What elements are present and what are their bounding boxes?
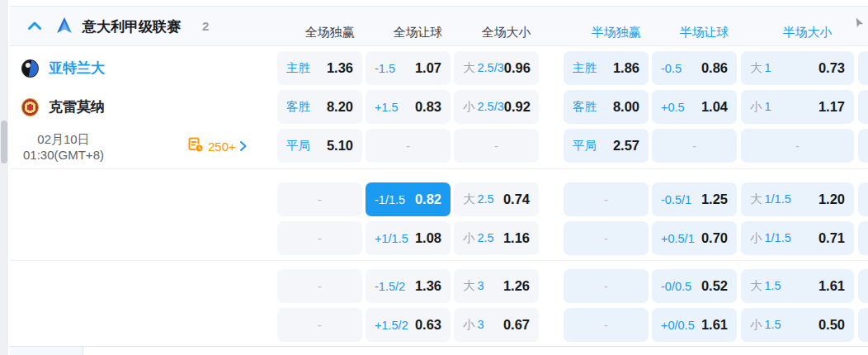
column-header-half-handicap: 半场让球 — [662, 25, 747, 40]
odds-cell-empty: - — [564, 182, 649, 216]
league-header: 意大利甲级联赛 2 全场独赢 全场让球 全场大小 半场独赢 半场让球 半场大小 — [10, 7, 868, 46]
odds-type-prefix: 小 — [463, 100, 475, 113]
odds-label: +0.5/1 — [661, 232, 695, 245]
odds-label: -0.5 — [661, 62, 682, 75]
odds-label: 小1/1.5 — [750, 230, 791, 246]
odds-cell[interactable]: +0.51.04 — [652, 90, 737, 124]
odds-cell[interactable]: 大2.5/30.96 — [454, 51, 539, 85]
odds-cell[interactable]: 小11.17 — [741, 90, 854, 124]
odds-row-3: 平局5.10--平局2.57-- — [277, 129, 868, 163]
chevron-right-icon — [239, 140, 247, 152]
odds-cell-empty: - — [277, 221, 362, 255]
collapse-section-button[interactable] — [21, 18, 49, 35]
odds-cell[interactable]: 大2.50.74 — [454, 182, 539, 216]
odds-label: +0.5 — [661, 101, 685, 114]
odds-cell-empty: - — [564, 269, 649, 303]
odds-label: 大1.5 — [750, 278, 781, 294]
odds-cell[interactable]: -0.5/11.25 — [652, 182, 737, 216]
odds-value: 1.20 — [818, 192, 845, 207]
odds-cell[interactable]: 平局5.10 — [277, 129, 362, 163]
odds-cell[interactable]: 主胜1.36 — [277, 51, 362, 85]
odds-row-2: 客胜8.20+1.50.83小2.5/30.92客胜8.00+0.51.04小1… — [277, 90, 868, 124]
odds-cell[interactable]: 主胜1.86 — [564, 51, 649, 85]
group-divider — [10, 168, 868, 169]
odds-cell[interactable]: -1.5/21.36 — [366, 269, 451, 303]
odds-label: 大2.5/3 — [463, 60, 504, 76]
odds-cell[interactable]: +0.5/10.70 — [652, 221, 737, 255]
odds-value: 0.73 — [818, 60, 845, 76]
odds-label: -0/0.5 — [661, 280, 691, 293]
match-time: 01:30(GMT+8) — [3, 147, 124, 163]
odds-label: -1.5/2 — [375, 280, 405, 293]
odds-cell-empty: - — [564, 308, 649, 342]
away-team-logo-icon — [21, 98, 39, 116]
odds-row-4: --1/1.50.82大2.50.74--0.5/11.25大1/1.51.20 — [277, 182, 868, 216]
odds-label: 小1 — [750, 99, 771, 115]
mouse-cursor-icon — [853, 17, 866, 31]
vertical-scrollbar-track[interactable] — [0, 0, 8, 355]
odds-cell[interactable]: 大1.51.61 — [741, 269, 854, 303]
odds-value: 1.36 — [327, 60, 353, 76]
odds-type-prefix: 大 — [750, 279, 762, 292]
odds-value: 1.86 — [613, 60, 639, 76]
odds-value: 8.20 — [327, 99, 353, 115]
odds-type-prefix: 大 — [463, 61, 475, 74]
odds-cell-empty: - — [277, 182, 362, 216]
more-markets-link[interactable]: 250+ — [188, 137, 247, 155]
odds-value: 1.04 — [701, 99, 728, 115]
odds-cell-empty: - — [652, 129, 737, 163]
odds-cell[interactable]: +1.5/20.63 — [366, 308, 451, 342]
cutoff-next-column-cell — [858, 90, 868, 124]
odds-cell[interactable]: 小2.5/30.92 — [454, 90, 539, 124]
odds-type-prefix: 大 — [463, 192, 475, 206]
odds-value: 0.63 — [415, 317, 441, 333]
next-section-cutoff — [10, 347, 83, 355]
away-team-row[interactable]: 克雷莫纳 — [10, 90, 105, 124]
odds-label: 平局 — [573, 138, 597, 154]
column-header-full-overunder: 全场大小 — [464, 25, 549, 40]
odds-type-prefix: 小 — [463, 231, 475, 244]
odds-cell[interactable]: -1.51.07 — [366, 51, 451, 85]
odds-value: 1.25 — [701, 192, 728, 207]
odds-label: +1.5/2 — [375, 319, 408, 332]
next-section-divider — [83, 347, 83, 355]
odds-cell[interactable]: -1/1.50.82 — [366, 182, 451, 216]
column-header-half-1x2: 半场独赢 — [573, 25, 658, 40]
odds-cell[interactable]: 客胜8.20 — [277, 90, 362, 124]
column-header-half-overunder: 半场大小 — [751, 25, 864, 40]
odds-cell[interactable]: 客胜8.00 — [564, 90, 649, 124]
odds-cell[interactable]: 小2.51.16 — [454, 221, 539, 255]
odds-label: +1.5 — [375, 101, 399, 114]
section-bottom-border — [10, 346, 868, 347]
odds-cell[interactable]: 小1.50.50 — [741, 308, 854, 342]
markets-count: 250+ — [208, 140, 236, 154]
odds-cell[interactable]: +0/0.51.61 — [652, 308, 737, 342]
odds-cell[interactable]: +1/1.51.08 — [366, 221, 451, 255]
odds-cell[interactable]: -0.50.86 — [652, 51, 737, 85]
chevron-up-icon — [27, 19, 42, 34]
odds-label: 客胜 — [573, 99, 597, 115]
odds-label: 小2.5 — [463, 230, 494, 246]
odds-label: 大2.5 — [463, 192, 494, 207]
odds-label: -1/1.5 — [375, 193, 405, 206]
odds-label: 主胜 — [286, 60, 310, 76]
odds-value: 0.86 — [701, 60, 728, 76]
odds-cell[interactable]: 小30.67 — [454, 308, 539, 342]
odds-cell[interactable]: 大31.26 — [454, 269, 539, 303]
odds-cell[interactable]: +1.50.83 — [366, 90, 451, 124]
odds-cell[interactable]: 大10.73 — [741, 51, 854, 85]
odds-cell[interactable]: 平局2.57 — [564, 129, 649, 163]
odds-cell[interactable]: -0/0.50.52 — [652, 269, 737, 303]
cutoff-next-column-cell — [858, 308, 868, 342]
odds-value: 0.67 — [503, 317, 530, 333]
home-team-row[interactable]: 亚特兰大 — [10, 51, 105, 85]
odds-value: 1.26 — [503, 278, 530, 294]
odds-cell[interactable]: 小1/1.50.71 — [741, 221, 854, 255]
markets-coin-icon — [188, 137, 204, 156]
league-match-count: 2 — [202, 19, 209, 33]
odds-cell[interactable]: 大1/1.51.20 — [741, 182, 854, 216]
odds-value: 1.16 — [503, 230, 530, 246]
odds-row-5: -+1/1.51.08小2.51.16-+0.5/10.70小1/1.50.71 — [277, 221, 868, 255]
odds-type-prefix: 小 — [750, 100, 762, 113]
odds-label: 小1.5 — [750, 317, 781, 333]
